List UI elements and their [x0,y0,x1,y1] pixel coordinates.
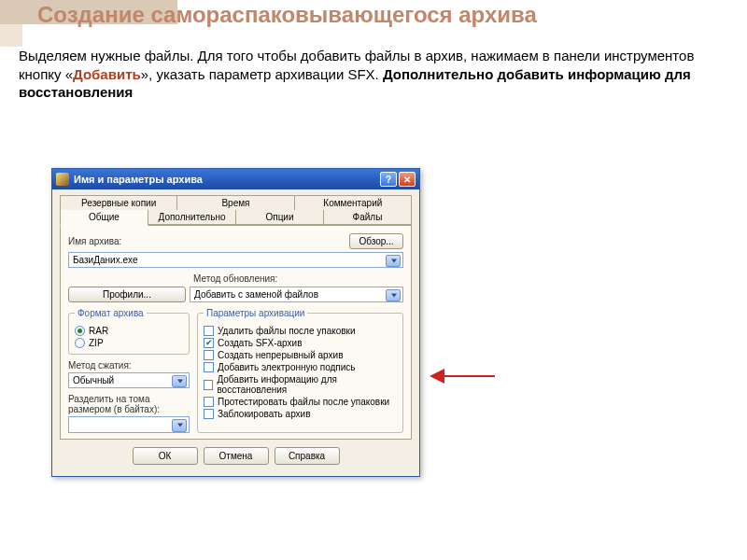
archive-name-value: БазиДаних.exe [73,255,138,265]
checkbox-icon [204,362,214,372]
arrow-head-icon [430,369,444,384]
profiles-button[interactable]: Профили... [68,287,186,302]
arrow-line [443,375,495,377]
slide-accent-square [0,24,22,47]
param-sfx[interactable]: ✔Создать SFX-архив [204,338,397,348]
split-label-1: Разделить на тома [68,394,190,404]
checkbox-icon [204,380,213,390]
checkbox-icon [204,326,214,336]
compression-value: Обычный [73,375,114,385]
param-lock[interactable]: Заблокировать архив [204,409,397,419]
ok-button[interactable]: ОК [133,447,198,465]
checkbox-icon [204,350,214,360]
help-footer-button[interactable]: Справка [275,447,340,465]
tab-panel-general: Имя архива: Обзор... БазиДаних.exe Метод… [60,225,412,440]
slide-description: Выделяем нужные файлы. Для того чтобы до… [19,47,728,102]
tab-time[interactable]: Время [176,195,294,210]
help-button[interactable]: ? [380,172,397,187]
format-legend: Формат архива [75,308,147,318]
format-fieldset: Формат архива RAR ZIP [68,308,190,355]
param-label: Добавить электронную подпись [218,362,356,372]
cancel-button[interactable]: Отмена [204,447,269,465]
archive-name-label: Имя архива: [68,236,345,246]
tab-advanced[interactable]: Дополнительно [148,210,236,225]
param-sign[interactable]: Добавить электронную подпись [204,362,397,372]
split-size-select[interactable] [68,416,190,433]
tabs-row-bottom: Общие Дополнительно Опции Файлы [60,210,412,225]
tab-files[interactable]: Файлы [323,210,412,225]
compression-label: Метод сжатия: [68,360,190,371]
param-label: Протестировать файлы после упаковки [218,397,389,407]
params-fieldset: Параметры архивации Удалить файлы после … [197,308,403,433]
callout-arrow [430,369,495,384]
browse-button[interactable]: Обзор... [349,233,403,249]
dialog-title: Имя и параметры архива [74,174,378,185]
tab-options[interactable]: Опции [235,210,324,225]
dialog-footer: ОК Отмена Справка [60,440,412,469]
slide-title: Создание самораспаковывающегося архива [37,0,733,28]
param-solid[interactable]: Создать непрерывный архив [204,350,397,360]
param-label: Удалить файлы после упаковки [218,326,356,336]
slide-accent-word: Добавить [73,66,141,82]
param-recovery[interactable]: Добавить информацию для восстановления [204,374,397,395]
format-label-zip: ZIP [89,338,104,348]
radio-icon [75,338,85,348]
checkbox-icon [204,409,214,419]
param-label: Создать непрерывный архив [218,350,343,360]
param-delete-after[interactable]: Удалить файлы после упаковки [204,326,397,336]
tab-general[interactable]: Общие [60,210,148,226]
param-test[interactable]: Протестировать файлы после упаковки [204,397,397,407]
params-legend: Параметры архивации [204,308,307,318]
tab-backups[interactable]: Резервные копии [60,195,177,210]
param-label: Создать SFX-архив [218,338,302,348]
format-radio-rar[interactable]: RAR [75,326,183,336]
dialog-body: Резервные копии Время Комментарий Общие … [52,189,419,476]
checkbox-icon: ✔ [204,338,214,348]
param-label: Заблокировать архив [218,409,311,419]
app-icon [56,173,69,186]
close-button[interactable]: ✕ [399,172,416,187]
checkbox-icon [204,397,214,407]
split-label-2: размером (в байтах): [68,404,190,414]
format-label-rar: RAR [89,326,108,336]
slide-text-after: », указать параметр архивации SFX. [141,66,383,82]
radio-icon [75,326,85,336]
compression-select[interactable]: Обычный [68,372,190,388]
titlebar[interactable]: Имя и параметры архива ? ✕ [52,169,419,189]
tabs-row-top: Резервные копии Время Комментарий [60,195,412,210]
format-radio-zip[interactable]: ZIP [75,338,183,348]
update-method-select[interactable]: Добавить с заменой файлов [190,287,403,302]
archive-name-input[interactable]: БазиДаних.exe [68,252,403,268]
archive-dialog: Имя и параметры архива ? ✕ Резервные коп… [51,168,420,477]
param-label: Добавить информацию для восстановления [217,374,397,395]
update-method-label: Метод обновления: [193,273,277,284]
update-method-value: Добавить с заменой файлов [194,289,318,300]
tab-comment[interactable]: Комментарий [294,195,412,210]
